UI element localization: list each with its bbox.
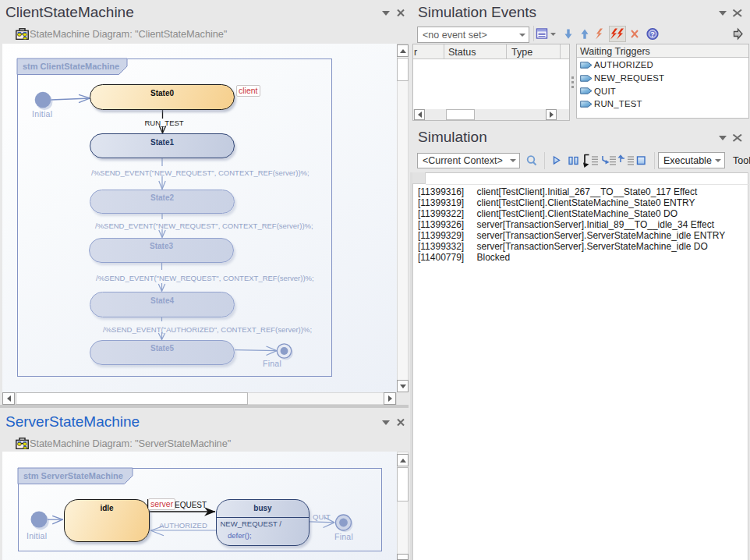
svg-text:?: ? [650, 30, 655, 38]
